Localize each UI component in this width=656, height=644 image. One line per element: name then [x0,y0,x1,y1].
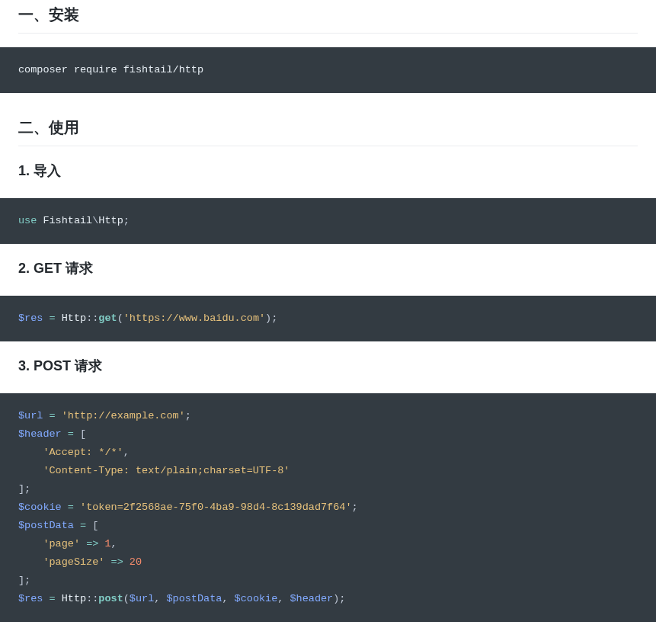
heading-post: 3. POST 请求 [0,341,656,380]
ns-http: Http [98,215,123,226]
var-res: $res [18,312,43,324]
var-header: $header [18,428,62,440]
key-pagesize: 'pageSize' [43,556,104,568]
equals: = [50,593,56,604]
kw-use: use [18,215,37,226]
var-postdata: $postData [18,520,74,531]
semicolon: ; [24,575,30,586]
num-20: 20 [130,556,142,568]
double-colon: :: [86,312,98,324]
space [56,410,62,421]
space [56,593,62,604]
var-res: $res [18,593,43,604]
arg-header: $header [290,593,334,604]
ns-fishtail: Fishtail [37,215,92,226]
heading-import: 1. 导入 [0,146,656,184]
arg-postdata: $postData [166,593,222,604]
rparen: ) [265,312,271,324]
code-post: $url = 'http://example.com'; $header = [… [0,393,656,622]
key-page: 'page' [43,538,80,549]
equals: = [80,520,86,531]
lparen: ( [117,312,123,324]
space [43,410,49,421]
method-post: post [98,593,123,604]
equals: = [50,312,56,324]
equals: = [50,410,56,421]
equals: = [68,428,74,440]
space [62,501,68,513]
semicolon: ; [185,410,191,421]
string-url: 'https://www.baidu.com' [123,312,265,324]
semicolon: ; [352,501,358,513]
lbracket: [ [92,520,98,531]
comma: , [154,593,166,604]
comma: , [111,538,117,549]
equals: = [68,501,74,513]
space [43,312,49,324]
code-import: use Fishtail\Http; [0,198,656,244]
class-http: Http [62,312,86,324]
string-url: 'http://example.com' [62,410,185,421]
space [74,520,80,531]
arrow: => [86,538,98,549]
heading-usage: 二、使用 [18,117,638,146]
code-get: $res = Http::get('https://www.baidu.com'… [0,296,656,341]
var-cookie: $cookie [18,501,62,513]
heading-get: 2. GET 请求 [0,244,656,282]
rbracket: ] [18,575,24,586]
semicolon: ; [123,215,130,226]
space [56,312,62,324]
comma: , [277,593,290,604]
code-install: composer require fishtail/http [0,47,656,93]
num-1: 1 [104,538,110,549]
space [74,501,80,513]
space [80,538,86,549]
semicolon: ; [339,593,345,604]
indent [18,556,43,568]
space [43,593,49,604]
comma: , [222,593,234,604]
var-url: $url [18,410,43,421]
arg-cookie: $cookie [235,593,278,604]
string-cookie: 'token=2f2568ae-75f0-4ba9-98d4-8c139dad7… [80,501,351,513]
class-http: Http [62,593,86,604]
semicolon: ; [24,483,30,495]
semicolon: ; [271,312,277,324]
indent [18,538,43,549]
string-content-type: 'Content-Type: text/plain;charset=UTF-8' [43,465,290,476]
method-get: get [98,312,117,324]
indent [18,465,43,476]
arrow: => [111,556,123,568]
space [123,556,130,568]
indent [18,447,43,458]
rbracket: ] [18,483,24,495]
space [104,556,110,568]
comma: , [123,447,130,458]
code-text: composer require fishtail/http [18,64,203,75]
space [74,428,80,440]
arg-url: $url [130,593,154,604]
lparen: ( [123,593,130,604]
double-colon: :: [86,593,98,604]
lbracket: [ [80,428,86,440]
space [62,428,68,440]
heading-install: 一、安装 [18,5,638,34]
string-accept: 'Accept: */*' [43,447,123,458]
